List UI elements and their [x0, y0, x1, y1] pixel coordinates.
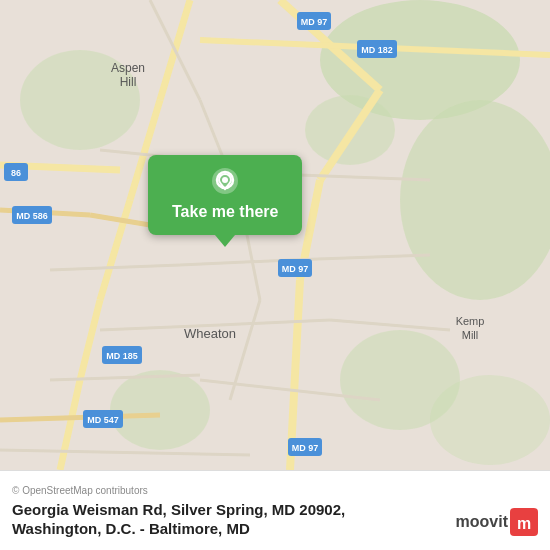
svg-text:Kemp: Kemp — [456, 315, 485, 327]
svg-text:MD 97: MD 97 — [301, 17, 328, 27]
svg-point-63 — [222, 177, 228, 183]
take-me-there-button[interactable]: Take me there — [148, 155, 302, 235]
svg-text:Wheaton: Wheaton — [184, 326, 236, 341]
svg-text:MD 586: MD 586 — [16, 211, 48, 221]
moovit-logo: moovit m — [456, 508, 538, 536]
moovit-brand-name: moovit — [456, 513, 508, 531]
svg-text:Aspen: Aspen — [111, 61, 145, 75]
svg-point-7 — [430, 375, 550, 465]
svg-text:MD 185: MD 185 — [106, 351, 138, 361]
moovit-brand-icon: m — [510, 508, 538, 536]
svg-text:MD 182: MD 182 — [361, 45, 393, 55]
address-city: Washington, D.C. - Baltimore, MD — [12, 520, 250, 537]
svg-text:Hill: Hill — [120, 75, 137, 89]
copyright-text: © OpenStreetMap contributors — [12, 485, 538, 496]
location-pin-icon — [209, 167, 241, 199]
svg-text:m: m — [517, 515, 531, 532]
svg-text:MD 547: MD 547 — [87, 415, 119, 425]
svg-text:86: 86 — [11, 168, 21, 178]
footer: © OpenStreetMap contributors Georgia Wei… — [0, 470, 550, 550]
svg-text:Mill: Mill — [462, 329, 479, 341]
svg-text:MD 97: MD 97 — [282, 264, 309, 274]
map-container: MD 97 MD 182 86 MD 185 MD 586 MD 97 MD 1… — [0, 0, 550, 470]
callout-label: Take me there — [172, 203, 278, 221]
svg-point-4 — [110, 370, 210, 450]
address-primary: Georgia Weisman Rd, Silver Spring, MD 20… — [12, 501, 345, 518]
svg-text:MD 97: MD 97 — [292, 443, 319, 453]
